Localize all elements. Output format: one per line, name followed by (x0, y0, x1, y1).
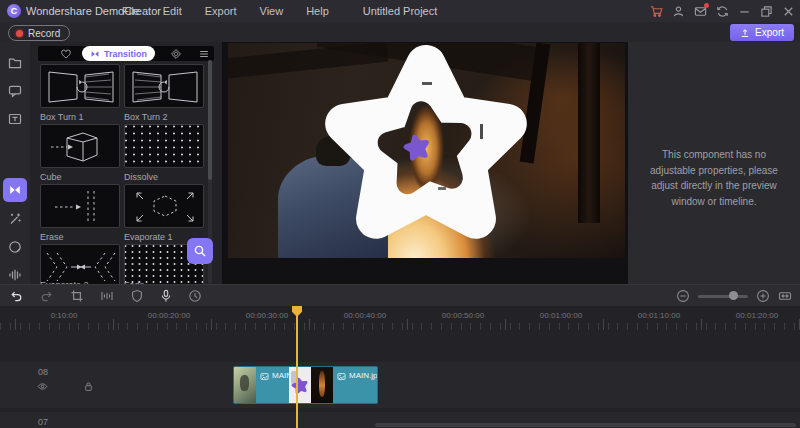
crop-icon[interactable] (70, 289, 84, 303)
audio-icon[interactable] (8, 268, 22, 282)
microphone-icon[interactable] (159, 289, 173, 303)
transition-item-box-turn-2[interactable] (124, 64, 204, 108)
clip-main-2[interactable]: MAIN.jpg (333, 367, 378, 403)
transition-item-evaporate-1[interactable] (124, 184, 204, 228)
menu-export[interactable]: Export (205, 5, 237, 17)
sync-icon[interactable] (716, 5, 729, 18)
account-icon[interactable] (672, 5, 685, 18)
eye-icon[interactable] (37, 381, 48, 392)
properties-panel: This component has no adjustable propert… (628, 42, 800, 284)
transition-item-dissolve[interactable] (124, 124, 204, 168)
transition-thumb-star (291, 374, 309, 398)
ruler-major-ticks (0, 319, 800, 330)
titlebar-icons (650, 0, 795, 22)
transition-label: Box Turn 2 (124, 112, 204, 122)
timeline-zoom-slider[interactable] (698, 295, 748, 298)
clip-label: MAIN.jpg (349, 371, 378, 380)
titlebar: C Wondershare DemoCreator File Edit Expo… (0, 0, 800, 22)
transition-marker[interactable] (289, 367, 311, 403)
preview-area: 00:00:35 | 00:00:44 Fit (222, 42, 628, 284)
undo-icon[interactable] (9, 289, 23, 303)
export-button[interactable]: Export (730, 24, 794, 41)
diamond-icon[interactable] (170, 48, 182, 60)
scrollbar-thumb[interactable] (208, 60, 212, 180)
timeline-toolbar (0, 284, 800, 306)
transition-label: Erase (40, 232, 120, 242)
minimize-icon[interactable] (738, 5, 751, 18)
clip-thumbnail (234, 367, 256, 403)
clip-label: MAIN.jpg (272, 371, 289, 380)
panel-tabs: Transition (38, 46, 214, 61)
clip-main-1[interactable]: MAIN.jpg (256, 367, 289, 403)
timeline-clip-group[interactable]: MAIN.jpg MAIN.jpg (233, 366, 378, 404)
sidebar-item-transition[interactable] (3, 178, 27, 202)
machinery (578, 43, 600, 223)
timeline-zoom-controls (676, 285, 792, 307)
record-label: Record (28, 28, 60, 39)
transition-item-cube[interactable] (40, 124, 120, 168)
actionbar: Record Export (0, 22, 800, 42)
messages-icon[interactable] (694, 5, 707, 18)
denoise-shield-icon[interactable] (130, 289, 144, 303)
sticker-icon[interactable] (8, 240, 22, 254)
list-menu-icon[interactable] (198, 48, 210, 60)
playhead-line[interactable] (296, 306, 298, 428)
image-icon (337, 372, 346, 381)
menu-help[interactable]: Help (306, 5, 329, 17)
redo-icon[interactable] (40, 289, 54, 303)
timeline-ruler[interactable]: 0:10:00 00:00:20:00 00:00:30:00 00:00:40… (0, 306, 800, 331)
transition-icon (8, 183, 22, 197)
track-row-08[interactable]: 08 MAIN.jpg (0, 362, 800, 408)
search-button[interactable] (187, 238, 213, 264)
media-icon[interactable] (8, 56, 22, 70)
horizontal-scrollbar[interactable] (375, 423, 796, 427)
tab-transition[interactable]: Transition (82, 46, 155, 61)
timeline-tracks: 08 MAIN.jpg (0, 331, 800, 428)
project-title: Untitled Project (363, 0, 438, 22)
zoom-slider-handle[interactable] (729, 291, 738, 300)
cart-icon[interactable] (650, 5, 663, 18)
export-label: Export (755, 27, 784, 38)
transition-item-erase[interactable] (40, 184, 120, 228)
transition-label: Dissolve (124, 172, 204, 182)
transition-label: Box Turn 1 (40, 112, 120, 122)
menu-edit[interactable]: Edit (163, 5, 182, 17)
record-button[interactable]: Record (8, 25, 70, 41)
fit-timeline-icon[interactable] (778, 289, 792, 303)
timer-icon[interactable] (188, 289, 202, 303)
app-window: C Wondershare DemoCreator File Edit Expo… (0, 0, 800, 428)
captions-icon[interactable] (8, 112, 22, 126)
clip-thumbnail (311, 367, 333, 403)
lock-icon[interactable] (83, 381, 94, 392)
audio-split-icon[interactable] (100, 289, 114, 303)
notification-badge (704, 3, 709, 8)
track-number: 07 (38, 417, 48, 427)
effects-icon[interactable] (8, 212, 22, 226)
search-icon (193, 244, 207, 258)
annotation-icon[interactable] (8, 84, 22, 98)
restore-icon[interactable] (760, 5, 773, 18)
menu-file[interactable]: File (122, 5, 140, 17)
zoom-out-icon[interactable] (676, 289, 690, 303)
close-icon[interactable] (782, 5, 795, 18)
transition-item-box-turn-1[interactable] (40, 64, 120, 108)
record-dot-icon (16, 30, 23, 37)
app-logo: C (7, 4, 21, 18)
transitions-panel: Transition Box Turn 1 Box (30, 42, 222, 287)
menubar: File Edit Export View Help (122, 0, 329, 22)
preview-video-frame[interactable] (228, 43, 625, 258)
tool-sidebar (0, 42, 30, 287)
properties-message: This component has no adjustable propert… (639, 147, 789, 209)
upload-icon (740, 28, 750, 38)
transition-label: Cube (40, 172, 120, 182)
image-icon (260, 372, 269, 381)
menu-view[interactable]: View (260, 5, 284, 17)
star-transition-overlay[interactable] (276, 43, 576, 258)
favorites-heart-icon[interactable] (60, 48, 72, 60)
transition-tab-icon (90, 49, 100, 59)
zoom-in-icon[interactable] (756, 289, 770, 303)
tab-transition-label: Transition (104, 49, 147, 59)
track-number: 08 (38, 367, 48, 377)
